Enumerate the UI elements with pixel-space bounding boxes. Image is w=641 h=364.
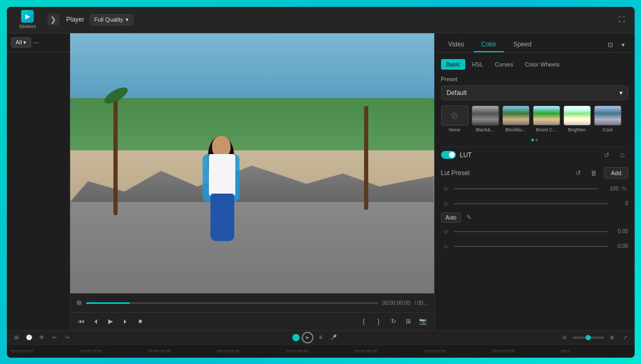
preset-dot-1[interactable] <box>531 139 534 141</box>
progress-fill <box>86 302 130 304</box>
tl-add-icon[interactable]: ⊞ <box>11 332 22 343</box>
quality-chevron-icon: ▾ <box>126 16 129 23</box>
slider-row-4: ◇ 0.00 <box>441 241 628 252</box>
preset-dot-2[interactable] <box>535 139 538 141</box>
lut-label: LUT <box>460 151 472 159</box>
preset-thumb-brighten <box>563 106 591 126</box>
tl-undo-icon[interactable]: ↩ <box>49 332 60 343</box>
preset-item-cool[interactable]: Cool <box>594 106 621 132</box>
preset-label-bw: Black&... <box>476 127 495 132</box>
auto-button[interactable]: Auto <box>441 213 462 223</box>
ruler-mark-5: 00:00:40:00 <box>286 349 355 353</box>
app-logo-icon: ▶ <box>21 10 34 23</box>
ruler-mark-3: 00:00:30:00 <box>148 349 217 353</box>
step-forward-button[interactable]: ⏵ <box>120 315 131 327</box>
progress-track[interactable] <box>86 302 378 304</box>
quality-value: Full Quality <box>94 16 123 23</box>
player-label: Player <box>66 16 84 23</box>
lut-diamond-icon[interactable]: ◇ <box>617 149 628 161</box>
sub-tab-basic[interactable]: Basic <box>441 59 466 70</box>
loop-button[interactable]: ↻ <box>388 315 399 327</box>
tab-color[interactable]: Color <box>474 37 504 52</box>
preset-item-brighten[interactable]: Brighten <box>563 106 591 132</box>
pencil-icon[interactable]: ✎ <box>464 213 474 222</box>
panel-compare-icon[interactable]: ⊡ <box>605 40 616 50</box>
lut-preset-delete-icon[interactable]: 🗑 <box>588 167 600 179</box>
tl-zoom-out-icon[interactable]: ⊖ <box>559 332 570 343</box>
bottom-timeline: ⊞ 🕐 👁 ↩ ↪ ▶ ⏸ 🎤 ⊖ ⊕ ⤢ 00:00:20:00 <box>7 330 635 358</box>
filter-all-button[interactable]: All ▾ <box>11 37 31 47</box>
preset-label-boost: Boost C... <box>536 127 557 132</box>
play-button[interactable]: ▶ <box>105 315 117 327</box>
tab-speed[interactable]: Speed <box>506 37 539 52</box>
sub-tab-curves[interactable]: Curves <box>490 59 519 70</box>
sidebar-filter: All ▾ ··· <box>7 33 70 52</box>
lut-preset-row: Lut Preset ↺ 🗑 Add <box>441 167 628 179</box>
preset-label-cool: Cool <box>602 127 613 132</box>
ruler-mark-1: 00:00:20:00 <box>11 349 80 353</box>
rewind-button[interactable]: ⏮ <box>75 315 87 327</box>
slider-track-3[interactable] <box>454 231 608 232</box>
preset-thumb-blockbuster <box>502 106 530 126</box>
time-current: 00:00:00:00 <box>382 300 410 306</box>
tl-record-button[interactable] <box>292 334 300 341</box>
slider-track-4[interactable] <box>454 246 608 247</box>
mark-out-button[interactable]: } <box>373 315 385 327</box>
lut-toggle-switch[interactable] <box>441 151 456 159</box>
preset-item-boost[interactable]: Boost C... <box>533 106 560 132</box>
lut-preset-reset-icon[interactable]: ↺ <box>572 167 584 179</box>
preset-item-none[interactable]: None <box>441 106 468 132</box>
preset-thumb-bw <box>472 106 499 126</box>
tl-mic-icon[interactable]: 🎤 <box>328 332 339 343</box>
top-bar: ▶ Stickers ❯ Player Full Quality ▾ ⛶ <box>7 7 635 33</box>
palm-tree-left <box>113 98 118 215</box>
lut-row: LUT ↺ ◇ <box>441 147 628 163</box>
panel-more-icon[interactable]: ▾ <box>618 40 628 50</box>
tab-video[interactable]: Video <box>441 37 472 52</box>
lut-reset-icon[interactable]: ↺ <box>601 149 613 161</box>
tl-fullscreen-icon[interactable]: ⤢ <box>620 332 630 343</box>
filter-more-button[interactable]: ··· <box>33 38 40 46</box>
tl-eye-icon[interactable]: 👁 <box>36 332 47 343</box>
tl-zoom-in-icon[interactable]: ⊕ <box>607 332 617 343</box>
lut-toggle[interactable] <box>441 151 456 159</box>
progress-handle[interactable] <box>76 300 82 305</box>
expand-button[interactable]: ❯ <box>47 14 59 25</box>
preset-item-blockbuster[interactable]: Blockbu... <box>502 106 530 132</box>
palm-tree-right <box>364 106 368 210</box>
slider-icon-4: ◇ <box>441 242 451 251</box>
video-frame <box>70 33 434 293</box>
app-logo-label: Stickers <box>19 24 36 29</box>
quality-select[interactable]: Full Quality ▾ <box>90 14 133 25</box>
stop-button[interactable]: ■ <box>135 315 146 327</box>
camera-button[interactable]: 📷 <box>417 315 429 327</box>
screenshot-icon[interactable]: ⛶ <box>615 13 628 26</box>
preset-dropdown[interactable]: Default ▾ <box>441 85 628 100</box>
slider-val-2: 0 <box>611 200 628 206</box>
video-container <box>70 33 434 293</box>
ruler-mark-2: 00:00:25:00 <box>80 349 148 353</box>
opacity-track[interactable] <box>454 188 599 189</box>
ruler-mark-6: 00:00:45:00 <box>355 349 424 353</box>
preset-thumb-cool <box>594 106 621 126</box>
mark-in-button[interactable]: { <box>358 315 370 327</box>
slider-track-2[interactable] <box>454 203 608 204</box>
sub-tab-color-wheels[interactable]: Color Wheels <box>520 59 565 70</box>
woman-body <box>209 154 235 196</box>
screen-button[interactable]: ⊞ <box>403 315 414 327</box>
tl-redo-icon[interactable]: ↪ <box>62 332 72 343</box>
tl-pause-button[interactable]: ⏸ <box>315 332 326 343</box>
opacity-slider-row: ◇ 100 % <box>441 183 628 195</box>
preset-item-bw[interactable]: Black&... <box>472 106 499 132</box>
add-button[interactable]: Add <box>604 167 628 179</box>
sub-tab-hsl[interactable]: HSL <box>466 59 488 70</box>
preset-thumb-none <box>441 106 468 126</box>
step-back-button[interactable]: ⏴ <box>90 315 102 327</box>
right-panel: Video Color Speed ⊡ ▾ Basic HSL Curves C… <box>434 33 635 330</box>
auto-row: Auto ✎ <box>441 213 628 223</box>
opacity-value: 100 <box>602 186 619 191</box>
slider-row-2: ◇ 0 <box>441 198 628 209</box>
tl-play-button[interactable]: ▶ <box>302 332 313 343</box>
tl-clock-icon[interactable]: 🕐 <box>24 332 34 343</box>
woman-figure <box>197 136 245 241</box>
